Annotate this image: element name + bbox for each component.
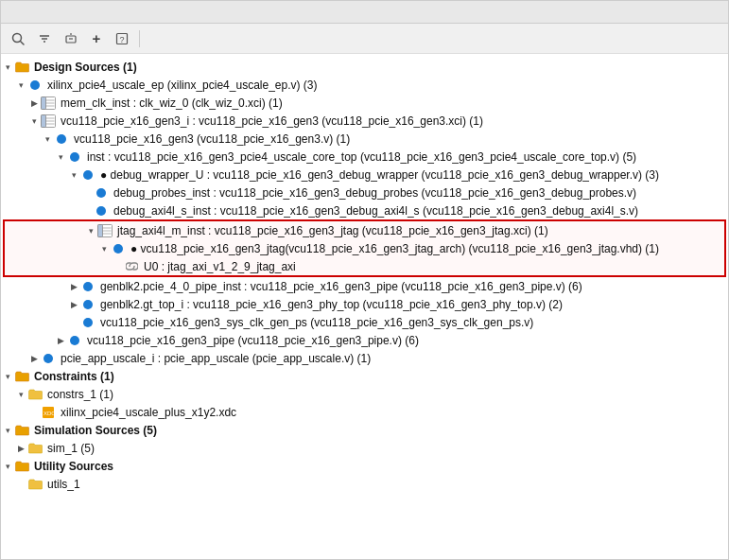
tree-toggle[interactable]: ▾ xyxy=(1,61,14,74)
tree-node[interactable]: ▾Simulation Sources (5) xyxy=(1,421,728,439)
sources-panel: + ? ▾Design Sources (1)▾xilinx_pcie4_usc… xyxy=(0,0,729,560)
tree-node[interactable]: debug_probes_inst : vcu118_pcie_x16_gen3… xyxy=(1,184,728,201)
tree-node[interactable]: ▶sim_1 (5) xyxy=(1,439,728,457)
node-label: inst : vcu118_pcie_x16_gen3_pcie4_uscale… xyxy=(87,150,636,164)
svg-point-21 xyxy=(57,134,66,144)
folder-yellow-icon xyxy=(27,441,43,456)
tree-toggle[interactable]: ▾ xyxy=(1,370,14,383)
svg-point-22 xyxy=(70,152,79,162)
svg-point-32 xyxy=(83,282,93,291)
toolbar: + ? xyxy=(1,24,728,54)
tree-toggle[interactable]: ▾ xyxy=(41,132,54,146)
svg-text:?: ? xyxy=(120,35,125,44)
xdc-file-icon: XDC xyxy=(41,405,56,420)
highlighted-section: ▾ jtag_axi4l_m_inst : vcu118_pcie_x16_ge… xyxy=(3,219,726,277)
collapse-button[interactable] xyxy=(60,28,82,49)
tree-toggle xyxy=(80,186,94,200)
tree-toggle[interactable]: ▶ xyxy=(14,442,27,455)
tree-toggle[interactable]: ▶ xyxy=(67,280,80,293)
svg-rect-17 xyxy=(42,114,46,127)
node-label: vcu118_pcie_x16_gen3_sys_clk_gen_ps (vcu… xyxy=(100,316,533,329)
tree-toggle xyxy=(27,406,41,419)
tree-toggle[interactable]: ▾ xyxy=(14,79,27,92)
node-label: vcu118_pcie_x16_gen3_pipe (vcu118_pcie_x… xyxy=(87,334,419,347)
svg-point-23 xyxy=(83,170,93,180)
link-icon xyxy=(124,259,139,274)
module-icon xyxy=(111,241,126,256)
folder-yellow-icon xyxy=(27,387,43,402)
tree-node[interactable]: ▾Utility Sources xyxy=(1,457,728,475)
module-icon xyxy=(80,297,95,312)
module-icon xyxy=(94,203,109,219)
tree-node[interactable]: ▶genblk2.gt_top_i : vcu118_pcie_x16_gen3… xyxy=(1,295,728,313)
tree-toggle xyxy=(67,316,80,329)
panel-header xyxy=(1,1,728,24)
node-label: Utility Sources xyxy=(34,460,113,473)
tree-toggle[interactable]: ▶ xyxy=(54,334,67,347)
tree-node[interactable]: ▾ vcu118_pcie_x16_gen3_i : vcu118_pcie_x… xyxy=(1,112,728,130)
module-icon xyxy=(27,78,43,93)
tree-node[interactable]: ▾● vcu118_pcie_x16_gen3_jtag(vcu118_pcie… xyxy=(5,239,724,257)
tree-node[interactable]: ▶ mem_clk_inst : clk_wiz_0 (clk_wiz_0.xc… xyxy=(1,94,728,112)
tree-toggle xyxy=(14,478,27,491)
node-label: Simulation Sources (5) xyxy=(34,424,157,437)
tree-node[interactable]: vcu118_pcie_x16_gen3_sys_clk_gen_ps (vcu… xyxy=(1,313,728,331)
tree-node[interactable]: ▾vcu118_pcie_x16_gen3 (vcu118_pcie_x16_g… xyxy=(1,130,728,148)
node-label: xilinx_pcie4_uscale_ep (xilinx_pcie4_usc… xyxy=(47,79,318,92)
tree-toggle[interactable]: ▶ xyxy=(27,352,41,365)
tree-node[interactable]: ▾Design Sources (1) xyxy=(1,58,728,76)
add-button[interactable]: + xyxy=(86,28,107,49)
folder-icon xyxy=(14,60,29,75)
svg-line-1 xyxy=(21,41,25,44)
tree-toggle[interactable]: ▾ xyxy=(1,424,14,437)
module-icon xyxy=(94,185,109,201)
tree-node[interactable]: ▾constrs_1 (1) xyxy=(1,385,728,403)
svg-point-34 xyxy=(83,318,93,327)
svg-point-36 xyxy=(43,354,53,363)
node-label: ● vcu118_pcie_x16_gen3_jtag(vcu118_pcie_… xyxy=(130,242,659,255)
help-button[interactable]: ? xyxy=(111,28,133,49)
toolbar-separator xyxy=(139,30,140,47)
tree-node[interactable]: ▾Constraints (1) xyxy=(1,367,728,385)
tree-node[interactable]: utils_1 xyxy=(1,475,728,493)
folder-icon xyxy=(14,459,29,474)
tree-node[interactable]: ▶vcu118_pcie_x16_gen3_pipe (vcu118_pcie_… xyxy=(1,331,728,349)
filter-button[interactable] xyxy=(33,28,56,49)
folder-yellow-icon xyxy=(27,477,43,492)
node-label: vcu118_pcie_x16_gen3 (vcu118_pcie_x16_ge… xyxy=(74,132,350,146)
node-label: pcie_app_uscale_i : pcie_app_uscale (pci… xyxy=(61,352,371,365)
node-label: mem_clk_inst : clk_wiz_0 (clk_wiz_0.xci)… xyxy=(61,96,283,110)
node-label: U0 : jtag_axi_v1_2_9_jtag_axi xyxy=(144,260,296,273)
svg-text:XDC: XDC xyxy=(43,411,55,416)
tree-toggle[interactable]: ▾ xyxy=(1,460,14,473)
module-icon xyxy=(41,351,56,366)
tree-toggle[interactable]: ▾ xyxy=(84,224,97,237)
tree-toggle[interactable]: ▶ xyxy=(27,96,41,110)
tree-node[interactable]: ▾● debug_wrapper_U : vcu118_pcie_x16_gen… xyxy=(1,166,728,184)
tree-node[interactable]: ▾ jtag_axi4l_m_inst : vcu118_pcie_x16_ge… xyxy=(5,221,724,239)
tree-node[interactable]: ▾inst : vcu118_pcie_x16_gen3_pcie4_uscal… xyxy=(1,148,728,166)
svg-rect-27 xyxy=(98,224,103,236)
tree-area[interactable]: ▾Design Sources (1)▾xilinx_pcie4_uscale_… xyxy=(1,54,728,559)
svg-point-24 xyxy=(96,188,106,198)
node-label: vcu118_pcie_x16_gen3_i : vcu118_pcie_x16… xyxy=(61,114,483,128)
tree-node[interactable]: ▶genblk2.pcie_4_0_pipe_inst : vcu118_pci… xyxy=(1,277,728,295)
svg-point-35 xyxy=(70,336,79,345)
tree-toggle[interactable]: ▾ xyxy=(27,114,41,128)
tree-toggle xyxy=(80,204,94,218)
svg-point-10 xyxy=(30,80,40,90)
tree-node[interactable]: ▾xilinx_pcie4_uscale_ep (xilinx_pcie4_us… xyxy=(1,76,728,94)
search-button[interactable] xyxy=(7,28,29,49)
tree-toggle[interactable]: ▾ xyxy=(97,242,111,255)
svg-point-33 xyxy=(83,300,93,309)
tree-toggle[interactable]: ▾ xyxy=(67,168,80,182)
tree-toggle[interactable]: ▾ xyxy=(54,150,67,164)
tree-node[interactable]: XDCxilinx_pcie4_uscale_plus_x1y2.xdc xyxy=(1,403,728,421)
tree-node[interactable]: ▶pcie_app_uscale_i : pcie_app_uscale (pc… xyxy=(1,349,728,367)
ip-block-icon xyxy=(97,223,113,238)
tree-toggle[interactable]: ▶ xyxy=(67,298,80,311)
node-label: utils_1 xyxy=(47,478,80,491)
tree-node[interactable]: debug_axi4l_s_inst : vcu118_pcie_x16_gen… xyxy=(1,201,728,219)
tree-toggle[interactable]: ▾ xyxy=(14,388,27,401)
tree-node[interactable]: U0 : jtag_axi_v1_2_9_jtag_axi xyxy=(5,257,724,275)
